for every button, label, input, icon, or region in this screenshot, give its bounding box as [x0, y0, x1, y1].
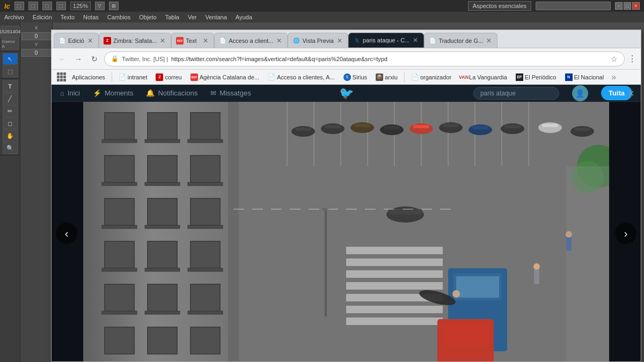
tab-acceso-close[interactable]: ✕ — [275, 36, 283, 45]
apps-dot — [63, 79, 66, 82]
minimize-button[interactable]: − — [615, 2, 623, 10]
twitter-logo: 🐦 — [339, 86, 354, 100]
pencil-tool[interactable]: ✏ — [3, 105, 18, 117]
apps-dot — [57, 76, 60, 78]
back-button[interactable]: ← — [56, 53, 69, 65]
svg-rect-29 — [191, 284, 220, 311]
bookmark-arxiu[interactable]: 📦 arxiu — [372, 72, 401, 82]
svg-rect-28 — [148, 284, 177, 311]
twitter-nav-inici[interactable]: ⌂ Inici — [60, 85, 80, 101]
menu-notas[interactable]: Notas — [83, 14, 99, 20]
apps-icon[interactable] — [56, 72, 67, 83]
menu-ver[interactable]: Ver — [188, 14, 197, 20]
menu-tabla[interactable]: Tabla — [165, 14, 179, 20]
tab-text-close[interactable]: ✕ — [202, 36, 209, 45]
indesign-side-panel: X 0 Y 0 — [20, 23, 53, 362]
refresh-button[interactable]: ↻ — [88, 53, 101, 65]
aspectos-button[interactable]: Aspectos esenciales — [468, 1, 531, 11]
indesign-icon-6[interactable]: ⊞ — [109, 2, 119, 10]
prev-image-button[interactable]: ‹ — [56, 223, 77, 244]
bookmark-nacional-label: El Nacional — [574, 74, 604, 80]
menu-texto[interactable]: Texto — [61, 14, 75, 20]
eraser-tool[interactable]: ◻ — [3, 117, 18, 129]
svg-rect-4 — [148, 113, 177, 139]
tab-traductor-close[interactable]: ✕ — [485, 36, 493, 45]
svg-rect-38 — [346, 247, 443, 254]
menu-cambios[interactable]: Cambios — [107, 14, 130, 20]
bookmark-star-icon[interactable]: ☆ — [611, 55, 618, 63]
tab-acceso[interactable]: 📄 Acceso a client... ✕ — [214, 33, 288, 48]
side-panel-value-1: 0 — [21, 32, 51, 40]
indesign-icon-1[interactable]: ⬚ — [14, 2, 24, 10]
twitter-nav-notificacions[interactable]: 🔔 Notificacions — [146, 85, 197, 101]
apps-dot — [60, 79, 63, 82]
maximize-button[interactable]: □ — [624, 2, 631, 10]
forward-button[interactable]: → — [72, 53, 85, 65]
zoom-level[interactable]: 125% — [70, 2, 91, 10]
tab-text[interactable]: ocr Text ✕ — [171, 33, 214, 48]
tweet-button[interactable]: Tuita — [601, 86, 632, 100]
menu-edicion[interactable]: Edición — [33, 14, 52, 20]
twitter-search-box[interactable]: paris ataque — [473, 87, 559, 100]
bookmark-vanguardia-label: La Vanguardia — [469, 74, 507, 80]
tab-edicio[interactable]: 📄 Edició ✕ — [54, 33, 99, 48]
indesign-icon-4[interactable]: ⬚ — [56, 2, 66, 10]
twitter-nav-missatges[interactable]: ✉ Missatges — [210, 85, 251, 101]
bookmark-sirius[interactable]: S Sirius — [340, 72, 371, 82]
indesign-topbar: Ic ⬚ ⬚ ⬚ ⬚ 125% ▽ ⊞ Aspectos esenciales … — [0, 0, 644, 12]
tab-vista[interactable]: 🌐 Vista Previa ✕ — [288, 33, 348, 48]
menu-ventana[interactable]: Ventana — [205, 14, 226, 20]
browser-menu-icon[interactable]: ⋮ — [628, 54, 636, 64]
line-tool[interactable]: ╱ — [3, 93, 18, 105]
twitter-avatar[interactable]: 👤 — [572, 85, 588, 101]
bookmark-zimbra[interactable]: Z correu — [152, 72, 185, 82]
tab-traductor[interactable]: 📄 Traductor de G... ✕ — [424, 33, 497, 48]
tab-acceso-favicon: 📄 — [219, 37, 226, 45]
bookmark-vanguardia[interactable]: VAN La Vanguardia — [457, 72, 510, 82]
menu-objeto[interactable]: Objeto — [139, 14, 156, 20]
bookmark-aplicaciones[interactable]: Aplicaciones — [69, 73, 108, 82]
twitter-search-text: paris ataque — [480, 90, 516, 97]
ocr-favicon: ocr — [191, 73, 198, 81]
bell-icon: 🔔 — [146, 89, 155, 97]
text-tool[interactable]: T — [3, 80, 18, 92]
svg-rect-32 — [188, 311, 223, 314]
bookmark-periodico[interactable]: EP El Periódico — [513, 72, 560, 82]
twitter-close-button[interactable]: × — [628, 87, 634, 99]
frame-tool[interactable]: ⬚ — [3, 65, 18, 77]
svg-rect-72 — [542, 124, 558, 127]
tab-zimbra-close[interactable]: ✕ — [159, 36, 166, 45]
indesign-tools: 15261404 Galera A ↖ ⬚ T ╱ ✏ ◻ ✋ 🔍 — [0, 23, 20, 362]
svg-rect-43 — [346, 306, 443, 313]
indesign-icon-5[interactable]: ▽ — [95, 2, 105, 10]
apps-dot — [60, 72, 63, 75]
bookmark-acceso[interactable]: 📄 Acceso a clientes, A... — [265, 72, 338, 82]
menu-ayuda[interactable]: Ayuda — [236, 14, 252, 20]
zoom-tool[interactable]: 🔍 — [3, 142, 18, 154]
next-image-button[interactable]: › — [615, 223, 636, 244]
twitter-nav-moments[interactable]: ⚡ Moments — [93, 85, 133, 101]
bookmark-intranet[interactable]: 📄 intranet — [115, 72, 151, 82]
indesign-icon-3[interactable]: ⬚ — [42, 2, 52, 10]
menu-archivo[interactable]: Archivo — [4, 14, 24, 20]
tab-paris-close[interactable]: ✕ — [412, 36, 419, 45]
indesign-icon-2[interactable]: ⬚ — [28, 2, 38, 10]
svg-rect-24 — [102, 268, 137, 271]
close-button[interactable]: ✕ — [632, 2, 640, 10]
url-text: https://twitter.com/search?f=images&vert… — [171, 56, 608, 62]
bookmark-nacional[interactable]: N El Nacional — [562, 72, 608, 82]
tab-zimbra[interactable]: Z Zimbra: Safata... ✕ — [99, 33, 171, 48]
indesign-search[interactable] — [536, 2, 611, 10]
bookmarks-more-icon[interactable]: » — [611, 72, 616, 82]
bookmark-ocr[interactable]: ocr Agència Catalana de... — [187, 72, 262, 82]
address-bar[interactable]: 🔒 Twitter, Inc. [US] | https://twitter.c… — [104, 51, 625, 67]
tab-vista-close[interactable]: ✕ — [336, 36, 343, 45]
bookmark-organizador[interactable]: 📄 organizador — [408, 72, 455, 82]
bookmark-periodico-label: El Periódico — [525, 74, 557, 80]
tab-edicio-close[interactable]: ✕ — [86, 36, 94, 45]
hand-tool[interactable]: ✋ — [3, 130, 18, 142]
select-tool[interactable]: ↖ — [3, 53, 18, 65]
tool-section-3: T ╱ ✏ ◻ ✋ 🔍 — [0, 79, 20, 156]
tab-vista-label: Vista Previa — [302, 38, 334, 44]
tab-paris[interactable]: 𝕏 paris ataque - C... ✕ — [348, 33, 424, 48]
